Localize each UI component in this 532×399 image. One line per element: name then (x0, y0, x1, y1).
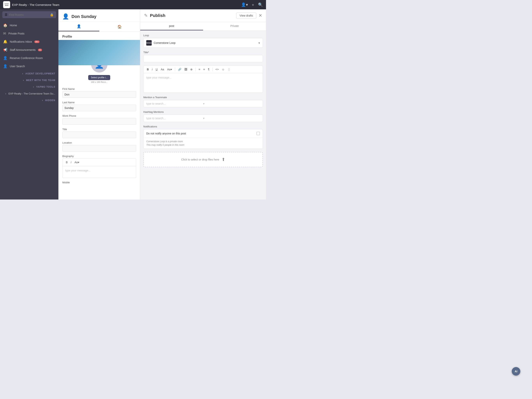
sidebar-search-container[interactable]: ☰ 🔒 (2, 11, 56, 18)
home-icon: 🏠 (3, 23, 7, 27)
code-btn[interactable]: <> (215, 67, 220, 71)
user-search-icon: 👤 (3, 64, 7, 68)
bio-bold-btn[interactable]: B (65, 160, 69, 164)
chevron-right-icon: › (42, 99, 43, 102)
font-size-down-btn[interactable]: Aa▾ (166, 67, 173, 71)
font-size-btn[interactable]: Aa (160, 67, 165, 71)
sidebar-item-private-posts[interactable]: ✉ Private Posts (0, 29, 58, 38)
sidebar-item-meet-with-team[interactable]: › MEET WITH THE TEAM (0, 77, 58, 84)
sidebar-item-label: Staff Announcements (10, 48, 36, 51)
work-phone-input[interactable] (62, 118, 136, 125)
announcement-icon: 📢 (3, 48, 7, 52)
location-input[interactable] (62, 145, 136, 152)
post-editor[interactable]: type your message... (143, 73, 263, 93)
sidebar-search-input[interactable] (9, 13, 48, 16)
sidebar-item-notifications[interactable]: 🔔 Notifications Inbox 99+ (0, 38, 58, 46)
loop-name: Cornerstone Loop (154, 41, 256, 45)
publish-header-left: ✎ Publish (144, 13, 165, 18)
header-left: cornerstone EXP Realty - The Cornerstone… (3, 1, 59, 8)
close-button[interactable]: ✕ (259, 13, 262, 18)
chevron-right-icon: › (23, 79, 24, 82)
notifications-badge: 99+ (34, 40, 39, 43)
add-icon[interactable]: ＋ (251, 2, 255, 7)
profile-section-label: Profile (58, 32, 140, 40)
feather-icon: ✎ (144, 13, 148, 18)
notifications-group: Notifications Do not notify anyone on th… (143, 125, 263, 149)
ordered-list-btn[interactable]: ≡ (198, 67, 201, 71)
search-bars-icon: ☰ (5, 13, 7, 17)
tab-post[interactable]: post (140, 22, 203, 30)
mention-label: Mention a Teammate (143, 96, 263, 99)
mail-icon: ✉ (3, 31, 6, 36)
sidebar-group-label: YAPMO TOOLS (36, 85, 55, 88)
sidebar-item-exp-realty[interactable]: › EXP Realty - The Cornerstone Team Su..… (0, 90, 58, 97)
toolbar-sep-3 (212, 68, 213, 71)
chevron-right-icon: › (5, 92, 6, 95)
search-icon[interactable]: 🔍 (258, 2, 263, 7)
hashtag-select[interactable]: type to search... ▾ (143, 115, 263, 122)
tab-home[interactable]: 🏠 (99, 22, 140, 31)
file-drop-label: Click to select or drop files here (181, 158, 219, 161)
first-name-input[interactable] (62, 91, 136, 98)
sidebar-group-label: MEET WITH THE TEAM (26, 79, 55, 82)
loop-select[interactable]: RE/MAX Cornerstone Loop ▾ (143, 38, 263, 48)
mention-select[interactable]: type to search... ▾ (143, 100, 263, 107)
publish-panel: ✎ Publish View drafts ✕ post Private Loo… (140, 9, 266, 200)
more-btn[interactable]: ⋮ (227, 67, 231, 71)
work-phone-field: Work Phone (58, 113, 140, 126)
view-drafts-button[interactable]: View drafts (236, 13, 256, 19)
user-icon[interactable]: 👤▾ (241, 2, 248, 7)
loop-logo: RE/MAX (146, 40, 152, 45)
last-name-label: Last Name (62, 101, 136, 104)
file-drop-zone[interactable]: Click to select or drop files here ⬆ (143, 152, 263, 167)
loop-chevron-down-icon: ▾ (258, 41, 260, 45)
mention-group: Mention a Teammate type to search... ▾ (143, 96, 263, 107)
sidebar-item-yapmo-tools[interactable]: › YAPMO TOOLS (0, 84, 58, 90)
post-title-input[interactable] (143, 55, 263, 62)
bold-btn[interactable]: B (146, 67, 150, 71)
toolbar-sep-2 (196, 68, 196, 71)
editor-group: B i U Aa Aa▾ 🔗 🖼 ⊕ ≡ ≡ ¶ <> (143, 65, 263, 93)
select-profile-button[interactable]: Select profile i... (88, 75, 110, 80)
biography-editor[interactable]: type your message... (62, 166, 136, 178)
bio-font-btn[interactable]: Aa▾ (73, 160, 80, 164)
link-btn[interactable]: 🔗 (177, 67, 182, 71)
first-name-label: First Name (62, 87, 136, 90)
file-drop-group: Click to select or drop files here ⬆ (143, 152, 263, 167)
hashtag-label: Hashtag Mentions (143, 110, 263, 113)
sidebar-item-label: User Search (10, 65, 25, 68)
plus-btn[interactable]: ⊕ (189, 67, 194, 71)
sidebar-item-home[interactable]: 🏠 Home (0, 21, 58, 29)
profile-name: Don Sunday (71, 14, 96, 19)
logo-text: cornerstone (4, 3, 9, 7)
title-label: Title (62, 128, 136, 131)
image-btn[interactable]: 🖼 (184, 67, 188, 71)
announcements-badge: 31 (38, 49, 42, 51)
do-not-notify-checkbox[interactable] (256, 132, 260, 135)
biography-label: Biography (62, 155, 136, 158)
last-name-input[interactable] (62, 105, 136, 111)
italic-btn[interactable]: i (151, 67, 153, 71)
app-title: EXP Realty - The Cornerstone Team (12, 3, 59, 6)
tab-profile[interactable]: 👤 (58, 22, 99, 31)
bell-icon: 🔔 (3, 39, 7, 44)
sidebar-item-user-search[interactable]: 👤 User Search (0, 62, 58, 70)
profile-panel: 👤 Don Sunday 👤 🏠 Profile 👤 Select profil… (58, 9, 140, 200)
notifications-section: Do not notify anyone on this post Corner… (143, 129, 263, 149)
sidebar-item-hidden[interactable]: › HIDDEN (0, 97, 58, 104)
emoji-btn[interactable]: ☺ (221, 67, 226, 71)
sidebar-item-staff-announcements[interactable]: 📢 Staff Announcements 31 (0, 46, 58, 54)
bio-italic-btn[interactable]: i (70, 160, 72, 164)
first-name-field: First Name (58, 86, 140, 99)
sidebar-item-label: Notifications Inbox (10, 40, 32, 43)
sidebar-item-reserve-conference[interactable]: 👤 Reserve Conference Room (0, 54, 58, 62)
sidebar-item-agent-development[interactable]: › AGENT DEVELOPMENT (0, 70, 58, 77)
paragraph-btn[interactable]: ¶ (207, 67, 210, 71)
title-input[interactable] (62, 131, 136, 138)
unordered-list-btn[interactable]: ≡ (202, 67, 206, 71)
underline-btn[interactable]: U (155, 67, 158, 71)
location-label: Location (62, 141, 136, 144)
tab-private[interactable]: Private (203, 22, 266, 30)
profile-tabs: 👤 🏠 (58, 22, 140, 32)
hashtag-group: Hashtag Mentions type to search... ▾ (143, 110, 263, 122)
